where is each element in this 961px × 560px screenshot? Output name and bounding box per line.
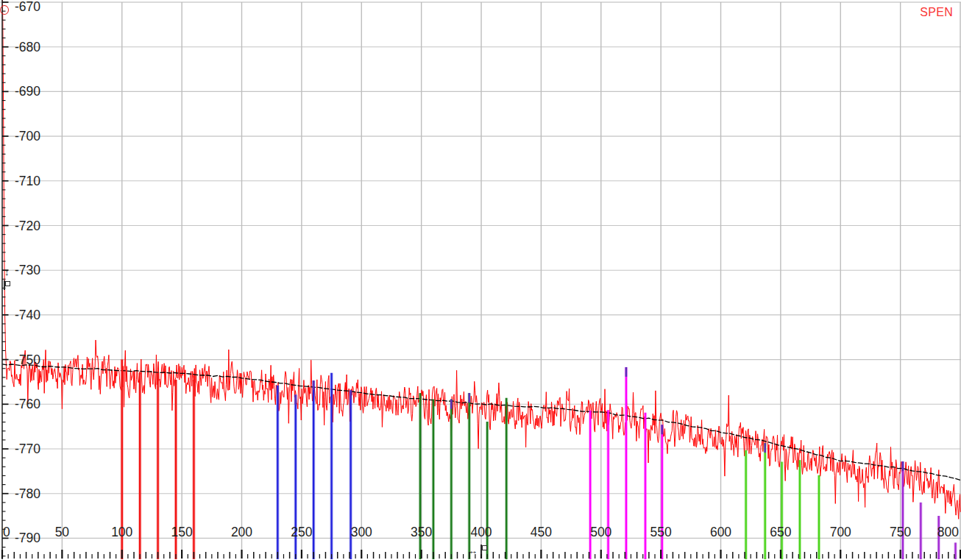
y-axis-tick-label: -680 — [15, 40, 40, 54]
y-axis-zoom-handle[interactable] — [3, 280, 10, 290]
trace-ring-marker[interactable] — [0, 5, 9, 15]
x-axis-tick-label: 300 — [351, 525, 372, 539]
harmonic-set-6 — [903, 461, 956, 559]
x-axis-tick-label: 350 — [411, 525, 432, 539]
x-axis-tick-label: 450 — [531, 525, 552, 539]
y-axis-pan-handle[interactable]: ↕ — [4, 267, 10, 277]
spectrum-analyzer-chart: -670-680-690-700-710-720-730-740-750-760… — [0, 0, 961, 560]
x-axis-tick-label: 600 — [710, 525, 731, 539]
y-axis-tick-label: -670 — [15, 0, 40, 14]
x-axis-tick-label: 500 — [590, 525, 611, 539]
x-axis-tick-label: 750 — [890, 525, 911, 539]
x-axis-tick-label: 50 — [55, 525, 70, 539]
x-axis-tick-label: 550 — [650, 525, 672, 539]
x-axis-tick-label: 150 — [171, 525, 193, 539]
harmonic-set-5 — [746, 443, 819, 559]
y-axis-tick-label: -710 — [15, 174, 40, 188]
y-axis-tick-label: -740 — [15, 308, 40, 322]
y-axis-tick-label: -760 — [15, 397, 40, 411]
x-axis-zoom-handle[interactable] — [480, 545, 487, 554]
x-axis-tick-label: 800 — [937, 525, 959, 539]
y-axis-tick-label: -780 — [15, 486, 40, 501]
x-axis-labels: 0501001502002503003504004505005506006507… — [3, 525, 959, 539]
grid-lines — [0, 2, 961, 559]
flag-icon — [482, 545, 487, 550]
x-axis-pan-handle[interactable]: ↔ — [468, 546, 478, 556]
y-axis-tick-label: -720 — [15, 219, 40, 233]
flag-icon — [5, 281, 10, 286]
x-axis-tick-label: 100 — [111, 525, 132, 539]
y-axis-labels: -670-680-690-700-710-720-730-740-750-760… — [15, 0, 40, 545]
x-axis-tick-label: 250 — [291, 525, 312, 539]
chart-canvas[interactable]: -670-680-690-700-710-720-730-740-750-760… — [0, 0, 961, 560]
leftright-arrow-icon: ↔ — [468, 545, 478, 556]
legend-label: SPEN — [920, 6, 953, 19]
x-axis-tick-label: 400 — [470, 525, 492, 539]
y-axis-tick-label: -690 — [15, 84, 40, 99]
y-axis-tick-label: -750 — [15, 352, 40, 367]
x-axis-tick-label: 700 — [830, 525, 851, 539]
y-axis-tick-label: -730 — [15, 263, 40, 277]
x-axis-tick-label: 650 — [770, 525, 791, 539]
y-axis-tick-label: -770 — [15, 442, 40, 456]
y-axis-tick-label: -700 — [15, 129, 40, 143]
x-axis-tick-label: 0 — [3, 525, 10, 539]
updown-arrow-icon: ↕ — [4, 266, 10, 277]
y-axis-tick-label: -790 — [15, 531, 40, 545]
x-axis-tick-label: 200 — [231, 525, 252, 539]
